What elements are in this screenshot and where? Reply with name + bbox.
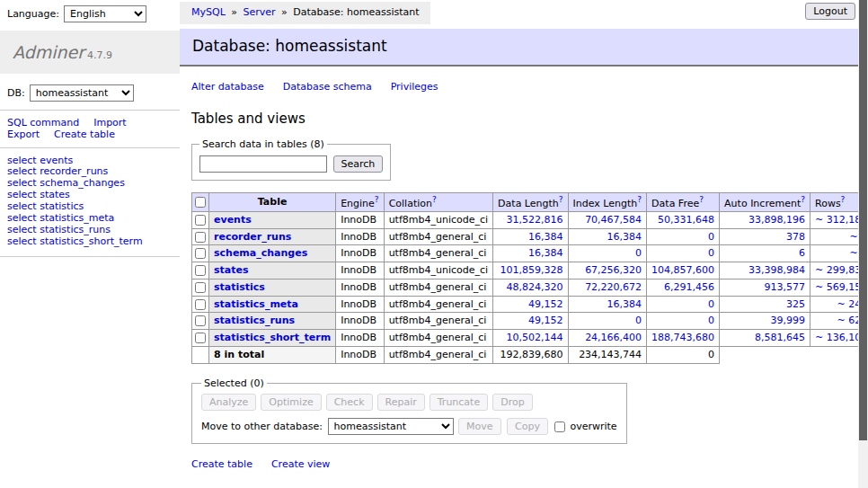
check-button[interactable]: Check: [326, 394, 373, 411]
db-select[interactable]: homeassistant: [30, 84, 134, 102]
row-checkbox-statistics_meta[interactable]: [195, 299, 206, 310]
selected-fieldset: Selected (0) AnalyzeOptimizeCheckRepairT…: [191, 377, 627, 445]
truncate-button[interactable]: Truncate: [430, 394, 488, 411]
optimize-button[interactable]: Optimize: [261, 394, 321, 411]
repair-button[interactable]: Repair: [377, 394, 425, 411]
row-checkbox-recorder_runs[interactable]: [195, 232, 206, 243]
select-states-link[interactable]: select states: [7, 189, 70, 200]
index-length-link[interactable]: 70,467,584: [585, 214, 642, 226]
overwrite-checkbox[interactable]: [554, 421, 565, 432]
select-recorder-runs-link[interactable]: select recorder_runs: [7, 165, 108, 177]
row-checkbox-statistics_short_term[interactable]: [195, 333, 206, 343]
select-statistics-link[interactable]: select statistics: [7, 200, 84, 212]
data-length-link[interactable]: 49,152: [528, 298, 563, 310]
select-statistics-meta-link[interactable]: select statistics_meta: [7, 212, 114, 224]
data-length-link[interactable]: 49,152: [528, 315, 563, 326]
row-checkbox-events[interactable]: [195, 215, 206, 226]
data-free-link[interactable]: 0: [708, 315, 714, 326]
alter-database-link[interactable]: Alter database: [191, 81, 264, 93]
table-link-states[interactable]: states: [214, 264, 249, 276]
data-free-link[interactable]: 50,331,648: [658, 214, 714, 226]
tables-table: TableEngine?Collation?Data Length?Index …: [191, 192, 868, 364]
row-checkbox-statistics[interactable]: [195, 282, 206, 293]
row-checkbox-statistics_runs[interactable]: [195, 315, 206, 326]
breadcrumb-server-link[interactable]: Server: [244, 6, 276, 18]
help-link-index-length[interactable]: ?: [637, 195, 642, 204]
move-db-select[interactable]: homeassistant: [328, 418, 454, 435]
search-button[interactable]: Search: [333, 155, 384, 173]
data-length-link[interactable]: 48,824,320: [507, 281, 563, 293]
index-length-link[interactable]: 0: [635, 315, 642, 326]
auto-increment-link[interactable]: 8,581,645: [755, 332, 805, 343]
select-all-checkbox[interactable]: [195, 197, 206, 208]
select-all-cell: [192, 192, 209, 211]
help-link-data-free[interactable]: ?: [699, 195, 704, 204]
data-length-cell: 48,824,320: [493, 279, 568, 296]
sql-command-link[interactable]: SQL command: [7, 117, 79, 129]
index-length-link[interactable]: 0: [635, 247, 642, 259]
analyze-button[interactable]: Analyze: [201, 394, 256, 411]
sidebar-divider: [0, 147, 180, 148]
select-statistics-short-term-link[interactable]: select statistics_short_term: [7, 235, 143, 247]
copy-button[interactable]: Copy: [507, 418, 548, 435]
auto-increment-link[interactable]: 378: [786, 231, 805, 243]
auto-increment-cell: 325: [720, 296, 810, 313]
data-length-link[interactable]: 101,859,328: [500, 264, 563, 276]
privileges-link[interactable]: Privileges: [391, 81, 438, 93]
data-free-link[interactable]: 0: [708, 298, 714, 310]
logout-button[interactable]: Logout: [805, 3, 855, 20]
help-link-engine[interactable]: ?: [375, 195, 379, 204]
row-checkbox-schema_changes[interactable]: [195, 248, 206, 259]
index-length-link[interactable]: 67,256,320: [585, 264, 642, 276]
auto-increment-link[interactable]: 913,577: [765, 281, 806, 293]
overwrite-label: overwrite: [570, 421, 616, 432]
search-input[interactable]: [199, 155, 327, 173]
index-length-link[interactable]: 24,166,400: [585, 332, 642, 343]
auto-increment-link[interactable]: 325: [786, 298, 805, 310]
help-link-collation[interactable]: ?: [432, 195, 437, 204]
data-length-link[interactable]: 16,384: [528, 247, 563, 259]
auto-increment-link[interactable]: 33,898,196: [748, 214, 805, 226]
row-checkbox-states[interactable]: [195, 265, 206, 276]
language-select[interactable]: English: [64, 5, 146, 22]
help-link-data-length[interactable]: ?: [559, 195, 563, 204]
auto-increment-cell: 913,577: [720, 279, 810, 296]
data-free-link[interactable]: 0: [708, 247, 714, 259]
select-schema-changes-link[interactable]: select schema_changes: [7, 177, 125, 189]
index-length-link[interactable]: 16,384: [607, 298, 642, 310]
export-link[interactable]: Export: [7, 129, 40, 140]
move-button[interactable]: Move: [458, 418, 501, 435]
table-link-statistics_runs[interactable]: statistics_runs: [214, 315, 295, 326]
table-link-schema_changes[interactable]: schema_changes: [214, 247, 307, 259]
select-statistics-runs-link[interactable]: select statistics_runs: [7, 224, 111, 235]
data-free-link[interactable]: 0: [708, 231, 714, 243]
help-link-auto-increment[interactable]: ?: [801, 195, 805, 204]
table-link-events[interactable]: events: [214, 214, 252, 226]
create-view-link[interactable]: Create view: [271, 458, 330, 470]
table-link-statistics[interactable]: statistics: [214, 281, 265, 293]
table-link-statistics_short_term[interactable]: statistics_short_term: [214, 332, 331, 343]
table-link-recorder_runs[interactable]: recorder_runs: [214, 231, 291, 243]
auto-increment-link[interactable]: 39,999: [771, 315, 806, 326]
index-length-link[interactable]: 16,384: [607, 231, 642, 243]
select-events-link[interactable]: select events: [7, 155, 73, 166]
table-row-recorder_runs: recorder_runsInnoDButf8mb4_general_ci16,…: [192, 228, 868, 245]
table-link-statistics_meta[interactable]: statistics_meta: [214, 298, 298, 310]
create-table-sidebar-link[interactable]: Create table: [54, 129, 115, 140]
auto-increment-link[interactable]: 6: [799, 247, 805, 259]
data-free-link[interactable]: 6,291,456: [664, 281, 714, 293]
help-link-rows[interactable]: ?: [841, 195, 846, 204]
import-link[interactable]: Import: [93, 117, 127, 129]
create-table-link[interactable]: Create table: [191, 458, 252, 470]
index-length-link[interactable]: 72,220,672: [585, 281, 642, 293]
breadcrumb-mysql-link[interactable]: MySQL: [191, 6, 226, 18]
database-schema-link[interactable]: Database schema: [283, 81, 372, 93]
data-length-link[interactable]: 10,502,144: [507, 332, 563, 343]
auto-increment-link[interactable]: 33,398,984: [748, 264, 805, 276]
data-length-link[interactable]: 31,522,816: [507, 214, 563, 226]
data-free-link[interactable]: 188,743,680: [651, 332, 714, 343]
data-length-link[interactable]: 16,384: [528, 231, 563, 243]
vertical-scrollbar-thumb[interactable]: [859, 0, 867, 440]
data-free-link[interactable]: 104,857,600: [651, 264, 714, 276]
drop-button[interactable]: Drop: [492, 394, 532, 411]
